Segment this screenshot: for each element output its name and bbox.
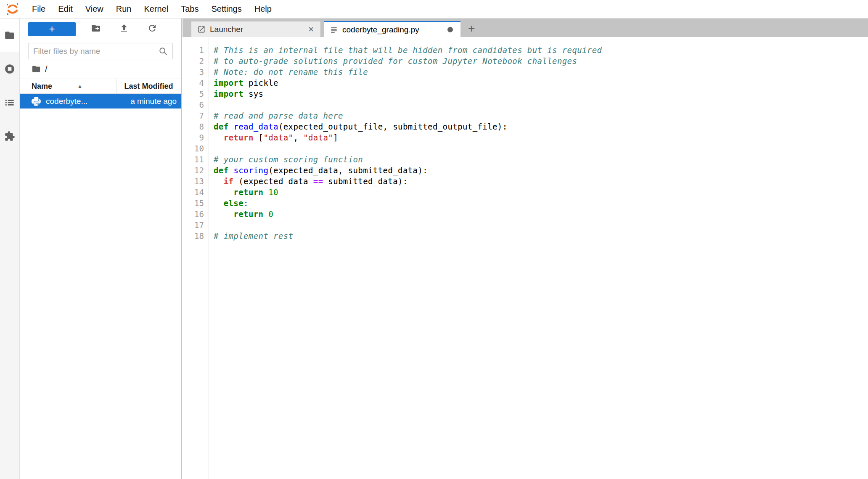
code-line[interactable]: # read and parse data here — [214, 110, 868, 121]
code-token: # your custom scoring function — [214, 155, 363, 164]
python-file-icon — [32, 97, 41, 106]
upload-icon[interactable] — [119, 23, 129, 35]
code-line[interactable]: # implement rest — [214, 230, 868, 241]
sidebar-item-running-kernels[interactable] — [0, 52, 19, 86]
code-line[interactable]: return ["data", "data"] — [214, 132, 868, 143]
code-token: (expected_output_file, submitted_output_… — [278, 122, 508, 131]
file-last-modified: a minute ago — [130, 97, 177, 106]
line-number: 3 — [183, 66, 204, 77]
new-launcher-button[interactable]: + — [28, 22, 76, 36]
file-name: coderbyte... — [46, 97, 130, 106]
code-token: # implement rest — [214, 231, 293, 241]
file-row-coderbyte-grading[interactable]: coderbyte... a minute ago — [20, 94, 181, 109]
column-header-last-modified[interactable]: Last Modified — [116, 82, 181, 91]
code-token: "data" — [263, 133, 293, 142]
tab-coderbyte-grading[interactable]: coderbyte_grading.py — [324, 21, 460, 37]
sidebar-item-file-browser[interactable] — [0, 19, 19, 52]
menu-tabs[interactable]: Tabs — [175, 0, 205, 19]
menu-view[interactable]: View — [79, 0, 110, 19]
code-line[interactable] — [214, 143, 868, 154]
menu-help[interactable]: Help — [248, 0, 278, 19]
add-tab-button[interactable]: + — [466, 24, 476, 34]
close-icon[interactable]: × — [307, 24, 315, 35]
code-token: == — [313, 177, 323, 186]
code-line[interactable]: else: — [214, 198, 868, 209]
code-token — [214, 188, 233, 197]
list-icon — [4, 97, 15, 108]
code-token: 0 — [268, 209, 273, 219]
unsaved-changes-dot-icon[interactable] — [447, 27, 453, 32]
code-line[interactable]: if (expected_data == submitted_data): — [214, 176, 868, 187]
line-number: 14 — [183, 187, 204, 198]
refresh-icon[interactable] — [147, 23, 157, 35]
code-token: # read and parse data here — [214, 111, 343, 120]
menu-settings[interactable]: Settings — [205, 0, 248, 19]
menu-bar: File Edit View Run Kernel Tabs Settings … — [0, 0, 868, 19]
code-line[interactable]: return 0 — [214, 209, 868, 220]
line-number: 1 — [183, 45, 204, 56]
code-line[interactable]: # Note: do not rename this file — [214, 66, 868, 77]
code-token — [263, 188, 268, 197]
code-token: return — [224, 133, 254, 142]
sort-ascending-icon: ▲ — [77, 83, 82, 89]
code-token: def — [214, 122, 229, 131]
code-token: : — [243, 198, 249, 208]
code-line[interactable]: import sys — [214, 88, 868, 99]
code-line[interactable]: # to auto-grade solutions provided for c… — [214, 56, 868, 66]
code-line[interactable]: # your custom scoring function — [214, 154, 868, 165]
code-token: else — [224, 198, 243, 208]
code-editor[interactable]: 123456789101112131415161718 # This is an… — [183, 37, 868, 479]
code-token: [ — [254, 133, 264, 142]
code-token: read_data — [233, 122, 278, 131]
code-line[interactable] — [214, 99, 868, 110]
code-token: if — [224, 177, 234, 186]
home-folder-icon[interactable] — [32, 64, 41, 74]
code-token: submitted_data): — [323, 177, 408, 186]
file-browser-toolbar: + — [20, 19, 181, 40]
code-token: return — [233, 188, 263, 197]
code-line[interactable]: # This is an internal file that will be … — [214, 45, 868, 56]
menu-file[interactable]: File — [26, 0, 52, 19]
code-token — [229, 122, 234, 131]
code-token: import — [214, 89, 243, 98]
main-dock-panel: Launcher × coderbyte_grading.py + 123456… — [183, 19, 868, 479]
code-line[interactable]: def read_data(expected_output_file, subm… — [214, 121, 868, 132]
code-token: "data" — [303, 133, 333, 142]
breadcrumb-root[interactable]: / — [45, 64, 48, 74]
new-folder-icon[interactable] — [91, 23, 101, 35]
code-token — [229, 166, 234, 175]
sidebar-item-table-of-contents[interactable] — [0, 86, 19, 119]
code-line[interactable]: return 10 — [214, 187, 868, 198]
filter-files-box — [29, 43, 172, 59]
sidebar-item-extensions[interactable] — [0, 119, 19, 153]
code-token: return — [233, 209, 263, 219]
line-number: 16 — [183, 209, 204, 220]
line-number: 6 — [183, 99, 204, 110]
code-token — [263, 209, 268, 219]
file-browser-panel: + / Name ▲ Last Modified — [20, 19, 182, 479]
puzzle-icon — [4, 131, 15, 142]
column-header-name[interactable]: Name ▲ — [20, 79, 116, 93]
code-token — [214, 133, 224, 142]
line-number: 17 — [183, 220, 204, 230]
line-number: 13 — [183, 176, 204, 187]
menu-run[interactable]: Run — [110, 0, 138, 19]
menu-kernel[interactable]: Kernel — [138, 0, 175, 19]
code-line[interactable]: import pickle — [214, 77, 868, 88]
code-line[interactable]: def scoring(expected_data, submitted_dat… — [214, 165, 868, 176]
tab-launcher[interactable]: Launcher × — [191, 21, 321, 37]
line-number-gutter: 123456789101112131415161718 — [183, 37, 209, 479]
code-token — [214, 100, 219, 109]
code-token: # Note: do not rename this file — [214, 67, 368, 77]
code-lines[interactable]: # This is an internal file that will be … — [209, 37, 868, 479]
code-line[interactable] — [214, 220, 868, 230]
file-list-header: Name ▲ Last Modified — [20, 79, 181, 94]
line-number: 9 — [183, 132, 204, 143]
tab-bar: Launcher × coderbyte_grading.py + — [183, 19, 868, 37]
filter-files-input[interactable] — [33, 47, 159, 56]
menu-edit[interactable]: Edit — [52, 0, 79, 19]
code-token: scoring — [233, 166, 268, 175]
line-number: 18 — [183, 230, 204, 241]
folder-icon — [4, 30, 15, 41]
tab-label: Launcher — [210, 25, 307, 34]
